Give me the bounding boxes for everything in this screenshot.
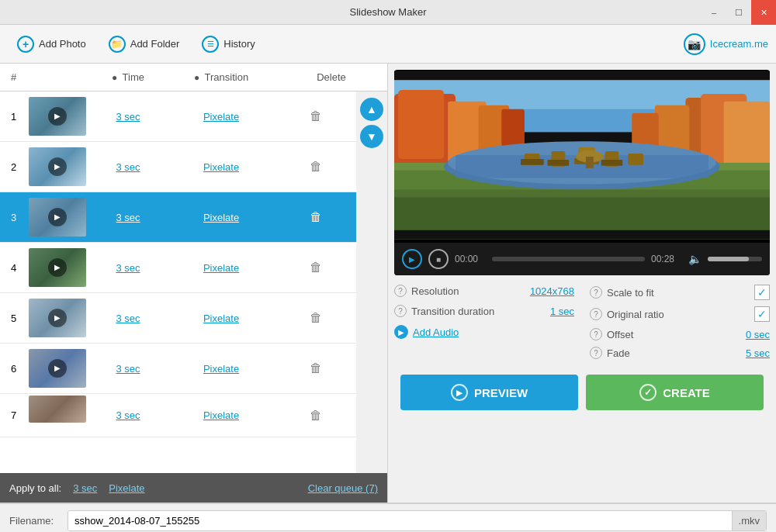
apply-all-label: Apply to all:	[9, 482, 61, 494]
table-row[interactable]: 1 ▶ 3 sec Pixelate 🗑	[0, 92, 356, 142]
original-ratio-label: Original ratio	[607, 309, 750, 320]
slide-time[interactable]: 3 sec	[89, 111, 167, 123]
history-button[interactable]: ☰ History	[192, 31, 264, 57]
slide-transition[interactable]: Pixelate	[167, 161, 275, 173]
scale-to-fit-checkbox[interactable]: ✓	[754, 285, 770, 300]
volume-bar[interactable]	[708, 257, 762, 261]
slide-time[interactable]: 3 sec	[89, 409, 167, 421]
preview-play-icon: ▶	[451, 384, 468, 401]
slide-delete[interactable]: 🗑	[275, 409, 356, 423]
slide-time[interactable]: 3 sec	[89, 161, 167, 173]
transition-duration-value[interactable]: 1 sec	[550, 306, 574, 317]
window-controls: – ☐ ✕	[702, 0, 776, 25]
slide-time[interactable]: 3 sec	[89, 212, 167, 223]
transition-duration-label: Transition duration	[411, 306, 546, 317]
col-num-header: #	[0, 71, 27, 83]
apply-all-bar: Apply to all: 3 sec Pixelate Clear queue…	[0, 473, 387, 503]
list-wrap: 1 ▶ 3 sec Pixelate 🗑 2 ▶	[0, 92, 387, 473]
slide-time[interactable]: 3 sec	[89, 363, 167, 375]
minimize-button[interactable]: –	[702, 0, 726, 25]
offset-value[interactable]: 0 sec	[746, 329, 770, 340]
slide-delete[interactable]: 🗑	[275, 261, 356, 275]
apply-all-transition[interactable]: Pixelate	[109, 482, 144, 494]
table-row[interactable]: 5 ▶ 3 sec Pixelate 🗑	[0, 293, 356, 344]
bottom-area: Filename: .mkv 🗀 Last slideshow: Open Fo…	[0, 503, 776, 532]
svg-rect-31	[394, 71, 770, 80]
brand-avatar: 📷	[684, 33, 705, 55]
slide-time[interactable]: 3 sec	[89, 262, 167, 274]
slide-delete[interactable]: 🗑	[275, 361, 356, 375]
resolution-help-icon[interactable]: ?	[394, 285, 407, 297]
svg-rect-26	[628, 154, 643, 165]
play-overlay-icon: ▶	[48, 157, 67, 176]
stop-button[interactable]: ■	[428, 249, 449, 269]
resolution-value[interactable]: 1024x768	[530, 285, 574, 297]
slide-delete[interactable]: 🗑	[275, 311, 356, 325]
slide-thumbnail: ▶	[27, 196, 89, 239]
transition-duration-row: ? Transition duration 1 sec	[394, 305, 574, 317]
col-trans-header: ● Transition	[167, 71, 275, 83]
col-delete-header: Delete	[275, 71, 387, 83]
original-ratio-checkbox[interactable]: ✓	[754, 306, 770, 322]
add-photo-label: Add Photo	[39, 38, 86, 50]
slide-delete[interactable]: 🗑	[275, 109, 356, 123]
filename-input[interactable]	[68, 511, 732, 530]
thumbnail-image: ▶	[29, 349, 86, 388]
fade-value[interactable]: 5 sec	[746, 347, 770, 359]
maximize-button[interactable]: ☐	[726, 0, 751, 25]
clear-queue-button[interactable]: Clear queue (7)	[308, 482, 378, 494]
slide-time[interactable]: 3 sec	[89, 313, 167, 324]
create-button[interactable]: ✓ CREATE	[586, 375, 764, 410]
create-label: CREATE	[663, 386, 710, 399]
slide-transition[interactable]: Pixelate	[167, 262, 275, 274]
slide-delete[interactable]: 🗑	[275, 210, 356, 224]
table-row[interactable]: 3 ▶ 3 sec Pixelate 🗑	[0, 192, 356, 243]
preview-label: PREVIEW	[474, 386, 528, 399]
add-folder-button[interactable]: 📁 Add Folder	[99, 31, 189, 57]
play-button[interactable]: ▶	[402, 249, 422, 269]
add-photo-button[interactable]: + Add Photo	[8, 31, 95, 57]
original-ratio-help-icon[interactable]: ?	[590, 308, 602, 320]
brand-label: Icecream.me	[710, 38, 768, 50]
history-icon: ☰	[202, 36, 219, 53]
slide-transition[interactable]: Pixelate	[167, 409, 275, 421]
slide-transition[interactable]: Pixelate	[167, 363, 275, 375]
table-row[interactable]: 7 3 sec Pixelate 🗑	[0, 394, 356, 437]
fade-help-icon[interactable]: ?	[590, 347, 602, 359]
table-row[interactable]: 4 ▶ 3 sec Pixelate 🗑	[0, 243, 356, 293]
svg-rect-19	[521, 159, 544, 165]
offset-label: Offset	[607, 329, 741, 340]
close-button[interactable]: ✕	[751, 0, 776, 25]
slide-delete[interactable]: 🗑	[275, 160, 356, 174]
slide-thumbnail	[27, 394, 89, 437]
slide-transition[interactable]: Pixelate	[167, 212, 275, 223]
apply-all-time[interactable]: 3 sec	[73, 482, 97, 494]
slide-transition[interactable]: Pixelate	[167, 111, 275, 123]
table-row[interactable]: 2 ▶ 3 sec Pixelate 🗑	[0, 142, 356, 192]
filename-extension: .mkv	[732, 511, 766, 530]
brand-button[interactable]: 📷 Icecream.me	[684, 33, 768, 55]
preview-button[interactable]: ▶ PREVIEW	[400, 375, 578, 410]
table-row[interactable]: 6 ▶ 3 sec Pixelate 🗑	[0, 344, 356, 394]
volume-button[interactable]: 🔈	[688, 253, 702, 265]
thumbnail-image	[29, 396, 86, 423]
scroll-down-button[interactable]: ▼	[360, 125, 383, 148]
time-total: 00:28	[651, 254, 682, 264]
thumbnail-image: ▶	[29, 147, 86, 186]
scale-to-fit-help-icon[interactable]: ?	[590, 286, 602, 299]
scroll-up-button[interactable]: ▲	[360, 98, 383, 121]
transition-duration-help-icon[interactable]: ?	[394, 305, 407, 317]
slide-number: 7	[0, 409, 27, 421]
slide-number: 3	[0, 212, 27, 223]
add-audio-icon: ▶	[394, 325, 408, 339]
svg-rect-9	[724, 102, 770, 167]
slide-thumbnail: ▶	[27, 347, 89, 390]
original-ratio-row: ? Original ratio ✓	[590, 306, 770, 322]
time-header-icon: ●	[112, 72, 117, 83]
progress-bar[interactable]	[492, 257, 645, 261]
thumbnail-image: ▶	[29, 97, 86, 136]
slide-transition[interactable]: Pixelate	[167, 313, 275, 324]
add-audio-button[interactable]: Add Audio	[413, 326, 459, 338]
offset-help-icon[interactable]: ?	[590, 328, 602, 340]
add-folder-label: Add Folder	[130, 38, 180, 50]
